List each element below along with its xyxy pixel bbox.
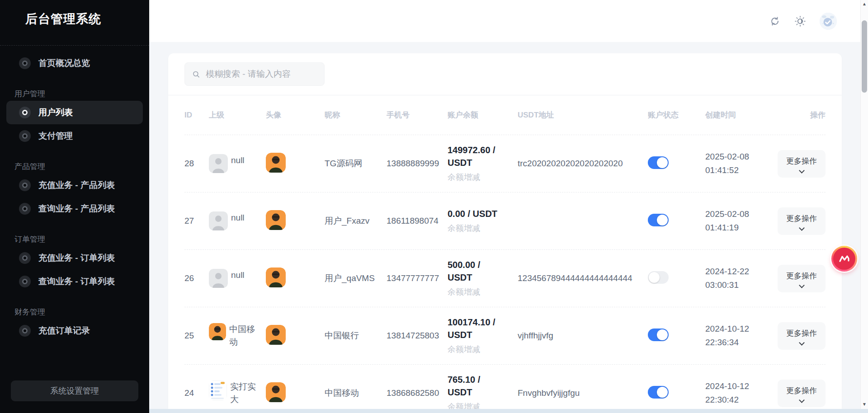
placeholder-avatar-icon [209,211,228,230]
sidebar-item-查询业务 - 订单列表[interactable]: 查询业务 - 订单列表 [6,270,143,293]
placeholder-avatar-icon [209,269,228,288]
sidebar-section-label: 财务管理 [14,307,143,317]
floating-logo-button[interactable] [831,246,857,272]
user-photo-avatar [266,325,286,345]
user-avatar[interactable] [820,13,837,30]
sidebar-item-label: 查询业务 - 订单列表 [38,276,115,287]
column-header: 上级 [209,110,266,120]
superior-label: null [231,213,245,222]
account-status-toggle[interactable] [648,329,669,341]
sidebar-item-label: 充值业务 - 产品列表 [38,179,115,191]
cell-balance: 149972.60 / USDT 余额增减 [448,144,505,183]
theme-icon[interactable] [794,15,806,27]
user-photo-avatar [266,153,286,173]
superior-avatar [209,323,226,340]
column-header: 创建时间 [705,110,772,120]
scrollbar-down-button[interactable]: ▼ [861,401,868,408]
table-header-row: ID上级头像昵称手机号账户余额USDT地址账户状态创建时间操作 [184,95,826,135]
sidebar-item-首页概况总览[interactable]: 首页概况总览 [6,52,143,75]
account-status-toggle[interactable] [648,386,669,399]
cell-superior: null [209,154,266,173]
column-header: 操作 [772,110,826,120]
user-table: ID上级头像昵称手机号账户余额USDT地址账户状态创建时间操作 28 [168,95,842,413]
sidebar-item-充值业务 - 订单列表[interactable]: 充值业务 - 订单列表 [6,246,143,270]
cell-balance: 765.10 / USDT 余额增减 [448,373,505,413]
balance-adjust-link[interactable]: 余额增减 [448,344,505,355]
superior-screenshot-thumbnail [209,380,227,400]
cell-id: 26 [184,273,209,283]
sidebar-section-label: 用户管理 [14,89,143,99]
cell-avatar [266,210,325,232]
user-photo-avatar [266,382,286,402]
user-photo-avatar [266,268,286,287]
sidebar-item-充值订单记录[interactable]: 充值订单记录 [6,319,143,343]
scrollbar-thumb[interactable] [862,20,867,93]
cell-superior: 实打实大 [209,380,266,406]
cell-actions: 更多操作 [772,380,826,407]
cell-phone: 13814725803 [387,331,448,341]
more-actions-button[interactable]: 更多操作 [778,150,826,178]
chevron-down-icon [799,282,805,288]
sidebar-menu: 首页概况总览 用户管理 用户列表 支付管理 产品管理 充值业务 - 产品列表 查… [6,52,143,343]
column-header: 昵称 [325,110,387,120]
superior-label: 中国移动 [229,324,255,347]
cell-created-time: 2024-10-12 22:36:34 [705,322,760,350]
sidebar-item-支付管理[interactable]: 支付管理 [6,124,143,148]
disc-icon [19,252,31,264]
disc-icon [19,325,31,337]
more-actions-button[interactable]: 更多操作 [778,322,826,350]
account-status-toggle[interactable] [648,271,669,284]
more-actions-button[interactable]: 更多操作 [778,380,826,407]
superior-label: null [231,270,245,280]
sidebar: 后台管理系统 首页概况总览 用户管理 用户列表 支付管理 产品管理 充值业务 -… [0,0,149,413]
column-header: 手机号 [387,110,448,120]
vertical-scrollbar[interactable]: ▲ ▼ [860,0,868,413]
superior-label: 实打实大 [230,382,256,404]
table-row: 27 [184,192,826,249]
horizontal-scrollbar[interactable] [149,409,868,413]
system-settings-button[interactable]: 系统设置管理 [11,380,138,401]
more-actions-button[interactable]: 更多操作 [778,207,826,235]
refresh-icon[interactable] [769,15,781,27]
cell-id: 27 [184,216,209,226]
cell-phone: 18611898074 [387,216,448,226]
scrollbar-up-button[interactable]: ▲ [861,1,868,7]
disc-icon [19,276,31,287]
cell-usdt-address: vjhffhjjvfg [518,331,648,341]
cell-phone: 13477777777 [387,273,448,283]
cell-phone: 13868682580 [387,388,448,398]
cell-id: 28 [184,159,209,169]
cell-actions: 更多操作 [772,207,826,235]
search-input[interactable] [206,69,316,79]
cell-nickname: 中国银行 [325,330,387,342]
sidebar-item-充值业务 - 产品列表[interactable]: 充值业务 - 产品列表 [6,174,143,197]
balance-adjust-link[interactable]: 余额增减 [448,286,505,298]
sidebar-item-label: 首页概况总览 [38,57,90,69]
account-status-toggle[interactable] [648,214,669,226]
sidebar-item-用户列表[interactable]: 用户列表 [6,101,143,124]
sidebar-item-label: 支付管理 [38,130,73,142]
sidebar-item-label: 充值业务 - 订单列表 [38,252,115,264]
more-actions-button[interactable]: 更多操作 [778,265,826,292]
sidebar-item-查询业务 - 产品列表[interactable]: 查询业务 - 产品列表 [6,197,143,221]
cell-balance: 0.00 / USDT 余额增减 [448,207,505,234]
cell-created-time: 2024-12-22 03:00:31 [705,265,760,292]
balance-value: 765.10 / USDT [448,375,480,397]
cell-avatar [266,268,325,290]
account-status-toggle[interactable] [648,156,669,169]
more-actions-label: 更多操作 [786,271,817,281]
cell-usdt-address: 123456789444444444444444 [518,273,648,283]
sidebar-item-label: 用户列表 [38,107,73,118]
sidebar-section-label: 产品管理 [14,161,143,172]
column-header: ID [184,111,209,120]
cell-avatar [266,153,325,175]
superior-label: null [231,155,245,165]
search-row [168,53,842,95]
cell-usdt-address: Fnvghbvfyijjgfgu [518,388,648,398]
cell-superior: null [209,211,266,230]
app-title: 后台管理系统 [25,11,101,27]
balance-adjust-link[interactable]: 余额增减 [448,172,505,183]
disc-icon [19,107,31,118]
column-header: USDT地址 [518,110,648,120]
balance-adjust-link[interactable]: 余额增减 [448,223,505,234]
